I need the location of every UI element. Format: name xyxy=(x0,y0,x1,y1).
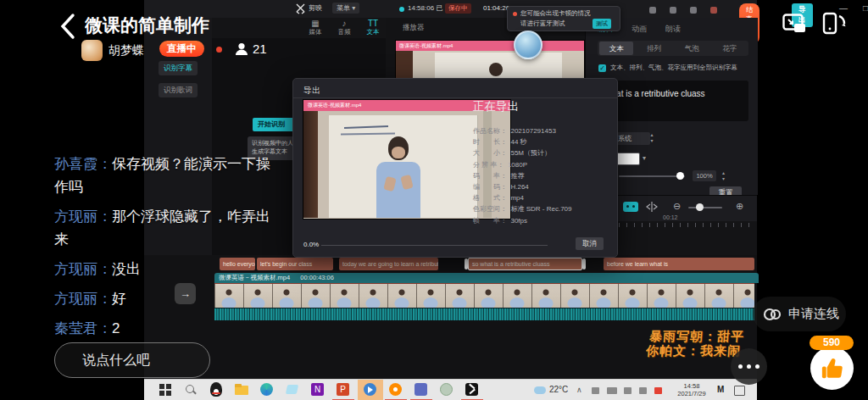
wifi-icon[interactable] xyxy=(592,387,599,394)
powerpoint-icon[interactable]: P xyxy=(336,382,351,397)
whiteboard-icon[interactable] xyxy=(670,7,676,14)
recognize-subtitle-button[interactable]: 识别字幕 xyxy=(159,61,198,75)
taskbar: N P 22°C ∧ xyxy=(144,379,757,400)
clock[interactable]: 14:58 2021/7/29 xyxy=(671,382,712,397)
notification-icon[interactable] xyxy=(734,386,745,396)
timeline-ruler[interactable] xyxy=(619,223,754,227)
zoom-in-icon[interactable]: ⊕ xyxy=(736,201,743,212)
tab-readaloud[interactable]: 朗读 xyxy=(665,24,681,35)
wps-icon[interactable] xyxy=(285,382,300,397)
stream-title: 微课的简单制作 xyxy=(85,14,263,37)
split-icon[interactable] xyxy=(646,202,658,212)
collapse-chat-button[interactable]: → xyxy=(175,283,196,304)
opacity-value: 100% xyxy=(693,170,716,181)
battery-icon[interactable] xyxy=(607,387,617,394)
opacity-slider-knob[interactable] xyxy=(676,172,684,180)
subtab-fancy[interactable]: 花字 xyxy=(713,42,747,55)
restore-button[interactable]: □ xyxy=(863,3,868,13)
zoom-out-icon[interactable]: ⊖ xyxy=(673,201,681,212)
clip-handle-right[interactable] xyxy=(582,258,586,269)
clip-handle-left[interactable] xyxy=(465,258,468,269)
tray-expand-icon[interactable]: ∧ xyxy=(576,386,582,394)
subtitle-track: hello everyone let's begin our class tod… xyxy=(214,258,757,270)
orange-app-icon[interactable] xyxy=(388,382,403,397)
streamer-avatar[interactable] xyxy=(81,40,103,61)
player-panel-title: 播放器 xyxy=(403,23,425,33)
timeline-zoom-track[interactable] xyxy=(688,207,722,208)
smart-tool-icon[interactable] xyxy=(623,202,638,212)
tab-audio[interactable]: ♪音频 xyxy=(330,19,359,38)
subtitle-text-area[interactable]: so what is a retributive cluass xyxy=(613,81,748,121)
share-tool-icon[interactable] xyxy=(649,7,656,14)
jianying-taskbar-icon[interactable] xyxy=(465,382,480,397)
start-recognize-button[interactable]: 开始识别 xyxy=(253,118,298,131)
subtitle-clip[interactable]: before we learn what is xyxy=(604,258,754,270)
subtab-arrange[interactable]: 排列 xyxy=(637,42,671,55)
door-edge xyxy=(303,111,318,218)
qq-icon[interactable] xyxy=(209,382,224,397)
request-connect-button[interactable]: 申请连线 xyxy=(753,297,846,331)
video-clip-header[interactable]: 微课英语－视频素材.mp4 00:00:43:06 xyxy=(214,273,759,283)
tab-media[interactable]: ▦媒体 xyxy=(301,19,330,38)
chat-author[interactable]: 孙喜霞： xyxy=(54,156,112,172)
tab-animation[interactable]: 动画 xyxy=(632,24,647,35)
opacity-slider-track[interactable] xyxy=(619,175,685,177)
purple-app-icon[interactable] xyxy=(414,382,429,397)
apply-all-checkbox[interactable]: ✓ xyxy=(598,64,606,72)
audio-waveform-track[interactable] xyxy=(214,308,754,320)
export-status: 正在导出 xyxy=(473,99,519,114)
tab-text[interactable]: TT文本 xyxy=(359,19,387,38)
back-icon[interactable] xyxy=(58,13,78,40)
like-button[interactable] xyxy=(810,347,854,390)
live-dot xyxy=(216,47,222,53)
chat-author[interactable]: 秦莹君： xyxy=(54,320,112,336)
video-thumbnails-track[interactable] xyxy=(214,284,754,308)
person-head xyxy=(489,63,503,76)
start-button[interactable] xyxy=(158,382,173,397)
floating-ball[interactable] xyxy=(514,31,542,59)
progress-bar xyxy=(321,245,548,246)
streamer-name: 胡梦蝶 xyxy=(108,43,144,58)
chat-author[interactable]: 方现丽： xyxy=(54,208,112,225)
like-count-badge: 590 xyxy=(810,336,854,350)
tray-red-app-icon[interactable] xyxy=(654,387,662,394)
alert-dot xyxy=(513,12,517,16)
font-stepper[interactable]: ▴▾ xyxy=(648,132,656,145)
media-icon: ▦ xyxy=(301,19,330,28)
onenote-icon[interactable]: N xyxy=(310,382,326,397)
speaker-icon[interactable] xyxy=(624,387,632,394)
subtitle-clip[interactable]: today we are going to learn a retributiv… xyxy=(339,258,438,270)
network-tooltip: 您可能会出现卡顿的情况 请进行蓝牙测试 测试 xyxy=(507,6,620,31)
file-explorer-icon[interactable] xyxy=(234,382,249,397)
chat-author[interactable]: 方现丽： xyxy=(54,261,112,277)
usb-icon[interactable] xyxy=(639,387,647,394)
pip-icon[interactable] xyxy=(782,14,807,34)
timeline-zoom-knob[interactable] xyxy=(696,203,704,211)
subtab-bubble[interactable]: 气泡 xyxy=(675,42,709,55)
elapsed-time: 01:04:26 xyxy=(483,3,509,14)
active-app-icon[interactable] xyxy=(363,382,378,397)
font-select[interactable]: 系统 xyxy=(613,132,650,145)
stop-record-icon[interactable] xyxy=(710,7,717,14)
recognize-lyrics-button[interactable]: 识别歌词 xyxy=(159,83,198,97)
dialog-divider xyxy=(293,97,617,98)
record-time: 14:58:06 已 xyxy=(408,3,442,14)
green-app-icon[interactable] xyxy=(439,382,454,397)
save-status-badge: 保存中 xyxy=(445,3,471,14)
subtab-text[interactable]: 文本 xyxy=(599,42,633,55)
menu-button[interactable]: 菜单 ▾ xyxy=(332,3,359,14)
ime-icon[interactable]: M xyxy=(717,385,724,394)
search-icon[interactable] xyxy=(183,382,198,397)
comment-icon[interactable] xyxy=(690,7,697,14)
rotate-screen-icon[interactable] xyxy=(821,11,848,36)
more-menu-button[interactable] xyxy=(731,348,767,385)
opacity-stepper[interactable]: ▴▾ xyxy=(720,170,727,181)
color-dropdown-arrow[interactable]: ▾ xyxy=(643,154,646,162)
chat-author[interactable]: 方现丽： xyxy=(54,291,112,307)
edge-icon[interactable] xyxy=(259,382,275,397)
cancel-button[interactable]: 取消 xyxy=(576,237,604,250)
app-name: 剪映 xyxy=(309,3,322,14)
subtitle-clip-selected[interactable]: so what is a retributive cluass xyxy=(468,258,582,270)
chat-input[interactable]: 说点什么吧 xyxy=(54,342,210,378)
tooltip-test-link[interactable]: 测试 xyxy=(593,19,611,29)
